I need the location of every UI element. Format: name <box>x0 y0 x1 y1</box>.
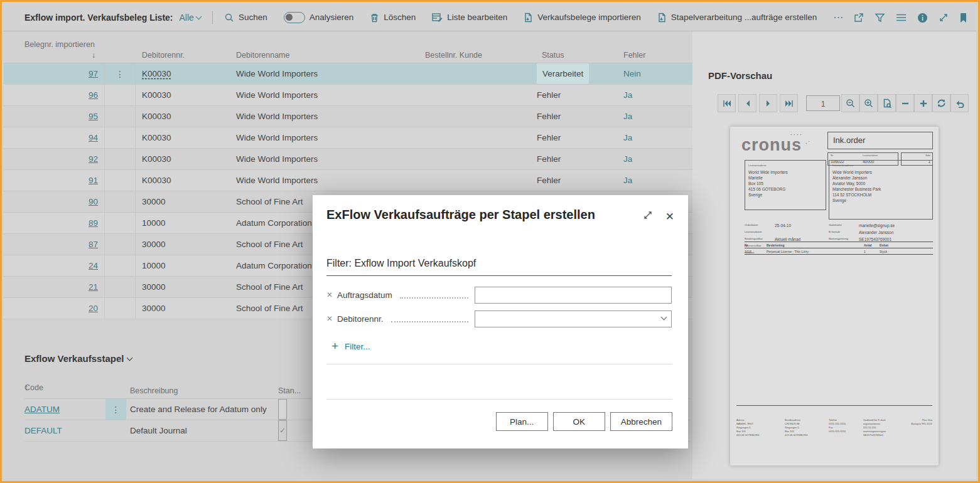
row-menu-icon[interactable] <box>105 149 136 169</box>
divider <box>326 364 672 364</box>
resize-diagonal-icon <box>939 13 949 23</box>
zoom-decrease-button[interactable] <box>896 94 914 112</box>
cancel-button[interactable]: Abbrechen <box>610 412 672 431</box>
plan-button[interactable]: Plan... <box>496 412 548 431</box>
row-menu-icon[interactable] <box>105 85 136 105</box>
standard-checkbox[interactable] <box>278 399 287 420</box>
ok-button[interactable]: OK <box>553 412 605 431</box>
meta-label: Momsregistrering <box>829 237 859 240</box>
page-number-input[interactable] <box>806 95 840 111</box>
table-row[interactable]: 91K00030Wide World ImportersFehlerJa <box>4 170 692 191</box>
remove-filter-icon[interactable]: ✕ <box>326 290 333 299</box>
table-row[interactable]: 97⋮K00030Wide World ImportersVerarbeitet… <box>4 63 692 85</box>
remove-filter-icon[interactable]: ✕ <box>326 314 333 323</box>
docno-link[interactable]: 91 <box>89 176 98 185</box>
meta-row: Leveransdatum <box>745 230 825 235</box>
zoom-increase-button[interactable] <box>914 94 932 112</box>
col-status-label[interactable]: Status <box>542 51 564 60</box>
row-menu-icon[interactable] <box>105 277 136 297</box>
item-cell: Styck <box>880 250 887 253</box>
row-menu-icon[interactable] <box>105 170 136 191</box>
fit-page-button[interactable] <box>878 94 896 112</box>
code-cell: ADATUM <box>24 399 60 420</box>
row-menu-icon[interactable] <box>105 255 136 276</box>
import-docs-button[interactable]: Verkaufsbelege importieren <box>524 13 640 23</box>
row-menu-icon[interactable] <box>105 298 136 319</box>
row-menu-icon[interactable] <box>105 106 136 127</box>
more-actions-button[interactable]: ⋯ <box>833 11 844 23</box>
custno-cell: 30000 <box>142 234 166 255</box>
table-row[interactable]: 94K00030Wide World ImportersFehlerJa <box>4 127 692 149</box>
auftragsdatum-input[interactable] <box>475 287 672 304</box>
col-standard-label[interactable]: Stan... <box>278 386 301 395</box>
delete-button[interactable]: Löschen <box>370 13 416 23</box>
col-custno-label[interactable]: Debitorennr. <box>142 51 185 60</box>
custno-cell: K00030 <box>142 170 171 191</box>
zoom-in-button[interactable] <box>859 94 878 112</box>
expand-pane-button[interactable] <box>939 13 949 23</box>
debitorennr-input[interactable] <box>475 310 672 327</box>
custname-cell: Wide World Importers <box>236 127 318 148</box>
docno-link[interactable]: 92 <box>89 154 98 164</box>
first-page-button[interactable] <box>718 94 736 112</box>
custno-link[interactable]: K00030 <box>142 69 171 78</box>
docno-link[interactable]: 21 <box>89 282 98 292</box>
items-header: Beskrivning <box>767 243 785 247</box>
custname-cell: Wide World Importers <box>236 149 318 169</box>
custno-cell: 30000 <box>142 298 166 319</box>
docno-link[interactable]: 94 <box>89 133 98 142</box>
dialog-close-button[interactable]: ✕ <box>665 210 674 223</box>
address-line: Manchester Business Park <box>832 186 932 192</box>
docno-link[interactable]: 87 <box>89 240 98 249</box>
standard-checkbox[interactable]: ✓ <box>278 420 287 441</box>
docno-link[interactable]: 90 <box>89 197 98 206</box>
next-page-button[interactable] <box>759 94 777 112</box>
docno-link[interactable]: 20 <box>89 304 98 313</box>
prev-page-button[interactable] <box>738 94 757 112</box>
refresh-button[interactable] <box>932 94 950 112</box>
table-row[interactable]: 96K00030Wide World ImportersFehlerJa <box>4 85 692 106</box>
docno-link[interactable]: 89 <box>89 218 98 228</box>
col-docno-label[interactable]: Belegnr. importieren <box>24 40 95 49</box>
code-link[interactable]: ADATUM <box>24 405 60 414</box>
row-menu-icon[interactable] <box>105 127 136 148</box>
row-menu-icon[interactable] <box>105 234 136 255</box>
row-menu-icon[interactable] <box>105 213 136 233</box>
table-row[interactable]: 92K00030Wide World ImportersFehlerJa <box>4 149 692 170</box>
row-menu-icon[interactable] <box>105 191 136 212</box>
custno-cell: K00030 <box>142 85 171 105</box>
list-options-button[interactable] <box>896 13 907 22</box>
docno-link[interactable]: 95 <box>89 112 98 121</box>
analyze-toggle[interactable]: Analysieren <box>284 12 354 23</box>
share-button[interactable] <box>853 13 864 23</box>
col-error-label[interactable]: Fehler <box>623 51 645 60</box>
info-button[interactable] <box>917 13 928 23</box>
reset-view-button[interactable] <box>950 94 969 112</box>
col-description-label[interactable]: Beschreibung <box>130 386 178 395</box>
batch-create-orders-button[interactable]: Stapelverarbeitung ...aufträge erstellen <box>657 13 817 23</box>
last-page-button[interactable] <box>780 94 798 112</box>
row-menu-icon[interactable] <box>105 420 126 441</box>
docno-link[interactable]: 97 <box>89 69 98 78</box>
edit-list-button[interactable]: Liste bearbeiten <box>432 13 507 23</box>
add-filter-button[interactable]: + Filter... <box>331 339 370 353</box>
col-orderno-label[interactable]: Bestellnr. Kunde <box>374 51 482 60</box>
document-batch-icon <box>657 13 667 23</box>
row-menu-icon[interactable]: ⋮ <box>105 399 126 420</box>
search-button[interactable]: Suchen <box>224 13 267 23</box>
zoom-out-button[interactable] <box>841 94 859 112</box>
dialog-expand-button[interactable] <box>643 210 653 222</box>
minus-icon <box>902 100 909 107</box>
custno-cell: K00030 <box>142 149 171 169</box>
col-custname-label[interactable]: Debitorenname <box>236 51 289 60</box>
row-menu-icon[interactable]: ⋮ <box>105 63 136 84</box>
table-row[interactable]: 95K00030Wide World ImportersFehlerJa <box>4 106 692 127</box>
view-filter-dropdown[interactable]: Alle <box>180 13 201 23</box>
docno-link[interactable]: 96 <box>89 90 98 100</box>
bookmark-button[interactable] <box>959 13 967 23</box>
docno-link[interactable]: 24 <box>89 261 98 270</box>
code-link[interactable]: DEFAULT <box>24 426 62 435</box>
meta-row: BetalningsvillkorAktuell månad <box>745 237 825 242</box>
filter-button[interactable] <box>875 13 885 23</box>
custno-cell: 30000 <box>142 191 166 212</box>
